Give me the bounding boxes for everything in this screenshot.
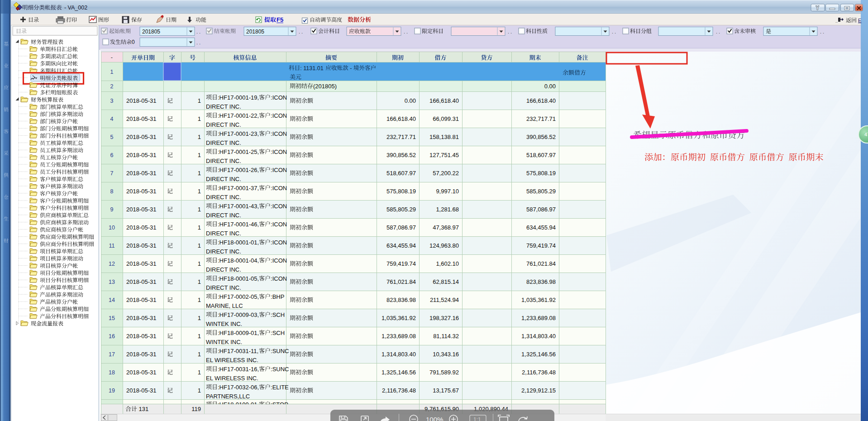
svg-text:DIRECT INC.: DIRECT INC. xyxy=(206,176,241,182)
svg-text:1: 1 xyxy=(198,260,201,267)
svg-text:. .: . . xyxy=(820,29,824,34)
svg-text::HF18-0001-04,: :HF18-0001-04, xyxy=(218,257,259,264)
svg-text:18: 18 xyxy=(109,369,115,376)
svg-text:4: 4 xyxy=(110,116,114,122)
svg-text:585,805.29: 585,805.29 xyxy=(526,188,556,195)
svg-text:DIRECT INC.: DIRECT INC. xyxy=(206,212,241,219)
svg-text:66,099.31: 66,099.31 xyxy=(433,115,459,122)
svg-text:(201805): (201805) xyxy=(313,83,337,90)
svg-text::ICON: :ICON xyxy=(271,257,287,264)
svg-text:1: 1 xyxy=(198,115,201,122)
svg-text:2018-05-31: 2018-05-31 xyxy=(126,278,157,285)
svg-text:EL WIRELESS INC.: EL WIRELESS INC. xyxy=(206,375,258,382)
svg-text:13,175.67: 13,175.67 xyxy=(433,387,459,394)
svg-text:198,327.16: 198,327.16 xyxy=(429,315,459,321)
svg-text:47: 47 xyxy=(864,132,868,137)
svg-text::HF17-0032-06,: :HF17-0032-06, xyxy=(218,384,259,391)
svg-text:823,836.98: 823,836.98 xyxy=(526,278,556,285)
svg-text:759,419.74: 759,419.74 xyxy=(526,242,556,249)
svg-text:. .: . . xyxy=(716,29,720,34)
svg-text:16: 16 xyxy=(109,333,115,340)
svg-text:585,805.29: 585,805.29 xyxy=(386,206,416,213)
svg-text::SCH: :SCH xyxy=(271,330,285,336)
svg-text:1: 1 xyxy=(198,152,201,158)
svg-text:DIRECT INC.: DIRECT INC. xyxy=(206,139,241,146)
svg-text:2018-05-31: 2018-05-31 xyxy=(126,224,157,231)
svg-text:1: 1 xyxy=(198,97,201,104)
svg-text:1: 1 xyxy=(198,206,201,213)
svg-text:575,808.19: 575,808.19 xyxy=(386,188,416,195)
svg-text:1: 1 xyxy=(198,278,201,285)
svg-text:166,618.40: 166,618.40 xyxy=(526,97,556,104)
svg-text:WINTEK INC.: WINTEK INC. xyxy=(206,339,242,345)
svg-text:2018-05-31: 2018-05-31 xyxy=(126,369,157,376)
svg-text:62,815.14: 62,815.14 xyxy=(433,278,459,285)
svg-text:232,717.71: 232,717.71 xyxy=(386,134,416,140)
svg-text:. .: . . xyxy=(196,40,200,45)
svg-text:. .: . . xyxy=(508,29,512,34)
svg-text:6: 6 xyxy=(110,152,114,158)
svg-text:1,325,146.56: 1,325,146.56 xyxy=(382,369,416,376)
svg-text::BHP: :BHP xyxy=(271,293,284,300)
svg-text:15: 15 xyxy=(109,315,115,321)
svg-text::HF17-0001-19,: :HF17-0001-19, xyxy=(218,94,259,101)
svg-text::HF18-0001-05,: :HF18-0001-05, xyxy=(218,275,259,282)
svg-text::HF17-0009-03,: :HF17-0009-03, xyxy=(218,311,259,318)
svg-text:. .: . . xyxy=(612,29,616,34)
svg-text::ICON: :ICON xyxy=(271,94,287,101)
svg-text:F5: F5 xyxy=(277,16,283,23)
svg-text:761,021.84: 761,021.84 xyxy=(386,278,416,285)
svg-text:-: - xyxy=(111,54,113,61)
svg-text:11: 11 xyxy=(109,243,115,249)
svg-text::HF17-0001-37,: :HF17-0001-37, xyxy=(218,185,259,191)
svg-text:PARTNERS,LLC: PARTNERS,LLC xyxy=(206,393,250,400)
svg-text:3: 3 xyxy=(110,98,114,104)
svg-text:MARINE, LLC: MARINE, LLC xyxy=(206,302,243,309)
svg-text::SUNC: :SUNC xyxy=(271,348,289,354)
svg-text:2018-05-31: 2018-05-31 xyxy=(126,242,157,249)
svg-text:EL WIRELESS INC.: EL WIRELESS INC. xyxy=(206,357,258,364)
svg-text:2,116,736.48: 2,116,736.48 xyxy=(382,387,416,394)
svg-text:1,233,689.08: 1,233,689.08 xyxy=(521,315,556,321)
svg-text:. .: . . xyxy=(299,29,303,34)
svg-text:DIRECT INC.: DIRECT INC. xyxy=(206,230,241,237)
svg-text:201805: 201805 xyxy=(142,29,160,35)
svg-text:13: 13 xyxy=(109,279,115,285)
svg-text:17: 17 xyxy=(109,351,115,358)
svg-text:634,455.94: 634,455.94 xyxy=(526,224,556,231)
svg-text:166,618.40: 166,618.40 xyxy=(386,115,416,122)
svg-text::HF17-0031-16,: :HF17-0031-16, xyxy=(218,366,259,373)
svg-text:DIRECT INC.: DIRECT INC. xyxy=(206,103,241,110)
svg-text:0.00: 0.00 xyxy=(544,83,556,90)
svg-text:2018-05-31: 2018-05-31 xyxy=(126,97,157,104)
svg-text::HF17-0001-26,: :HF17-0001-26, xyxy=(218,167,259,173)
svg-text:131: 131 xyxy=(137,406,148,412)
svg-text:1,035,361.92: 1,035,361.92 xyxy=(382,315,416,321)
svg-text:2018-05-31: 2018-05-31 xyxy=(126,188,157,195)
svg-text:10: 10 xyxy=(109,225,115,231)
svg-text:2018-05-31: 2018-05-31 xyxy=(126,387,157,394)
svg-text:7: 7 xyxy=(110,170,114,177)
svg-text:1: 1 xyxy=(198,170,201,177)
svg-text:12: 12 xyxy=(109,261,115,267)
svg-text:1,281.68: 1,281.68 xyxy=(436,206,459,213)
svg-text:1: 1 xyxy=(198,387,201,394)
svg-text:2018-05-31: 2018-05-31 xyxy=(126,315,157,321)
svg-text:2,129,912.15: 2,129,912.15 xyxy=(521,387,556,394)
svg-text:2018-05-31: 2018-05-31 xyxy=(126,297,157,303)
svg-text::ICON: :ICON xyxy=(271,112,287,119)
svg-text:1: 1 xyxy=(198,188,201,195)
svg-text:1,035,361.92: 1,035,361.92 xyxy=(521,297,556,303)
svg-text:166,618.40: 166,618.40 xyxy=(429,97,459,104)
svg-text:390,856.52: 390,856.52 xyxy=(526,134,556,140)
svg-text::ICON: :ICON xyxy=(271,275,287,282)
svg-text:2018-05-31: 2018-05-31 xyxy=(126,115,157,122)
svg-text:1: 1 xyxy=(110,69,114,75)
svg-text:124,963.80: 124,963.80 xyxy=(429,242,459,249)
svg-text::ICON: :ICON xyxy=(271,203,287,210)
svg-text:- VA_002: - VA_002 xyxy=(63,5,88,11)
svg-text:201805: 201805 xyxy=(246,29,264,35)
svg-text:1,314,803.40: 1,314,803.40 xyxy=(521,333,556,340)
svg-text:211,524.94: 211,524.94 xyxy=(430,297,459,303)
svg-text::HF17-0031-11,: :HF17-0031-11, xyxy=(218,348,258,354)
